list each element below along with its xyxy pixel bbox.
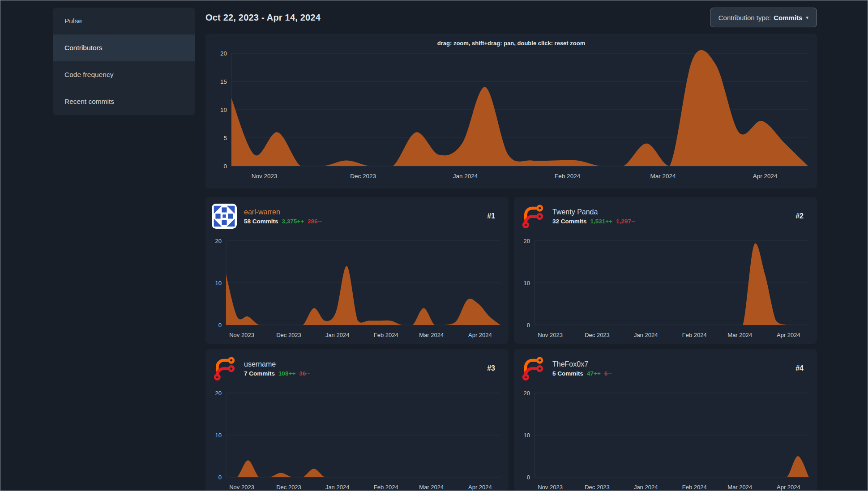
svg-text:15: 15: [220, 78, 227, 85]
svg-text:Nov 2023: Nov 2023: [538, 332, 563, 338]
svg-text:Jan 2024: Jan 2024: [634, 332, 658, 338]
svg-text:0: 0: [527, 322, 530, 329]
contributor-chart[interactable]: 01020Nov 2023Dec 2023Jan 2024Feb 2024Mar…: [514, 388, 817, 491]
svg-text:10: 10: [215, 280, 222, 286]
svg-text:Feb 2024: Feb 2024: [374, 484, 398, 491]
svg-text:10: 10: [524, 280, 530, 286]
contributor-name[interactable]: Twenty Panda: [552, 208, 635, 216]
svg-text:Jan 2024: Jan 2024: [325, 484, 350, 491]
contributor-card: TheFox0x7 5 Commits 47++ 6-- #4 01020Nov…: [514, 349, 817, 491]
forgejo-logo-avatar[interactable]: [520, 204, 545, 229]
contributor-additions: 3,375++: [282, 218, 304, 225]
sidebar-item-label: Code frequency: [64, 71, 113, 79]
contributor-chart[interactable]: 01020Nov 2023Dec 2023Jan 2024Feb 2024Mar…: [205, 388, 509, 491]
contributor-commit-count: 58 Commits: [244, 218, 278, 225]
svg-text:Dec 2023: Dec 2023: [585, 484, 610, 491]
contributor-chart[interactable]: 01020Nov 2023Dec 2023Jan 2024Feb 2024Mar…: [205, 235, 509, 344]
sidebar-item-label: Recent commits: [64, 98, 114, 106]
svg-text:Jan 2024: Jan 2024: [634, 484, 658, 491]
contributor-stats: 5 Commits 47++ 6--: [552, 370, 611, 377]
contribution-type-label: Contribution type:: [718, 14, 771, 21]
contributor-additions: 1,531++: [590, 218, 613, 225]
svg-text:Feb 2024: Feb 2024: [374, 332, 398, 338]
forgejo-logo-avatar[interactable]: [520, 356, 545, 381]
contributor-card-header: earl-warren 58 Commits 3,375++ 286-- #1: [205, 197, 509, 235]
svg-text:20: 20: [215, 238, 222, 244]
forgejo-logo-avatar[interactable]: [212, 356, 237, 381]
svg-text:10: 10: [524, 432, 530, 439]
svg-text:Dec 2023: Dec 2023: [276, 332, 301, 338]
contributor-name[interactable]: earl-warren: [244, 208, 322, 216]
contributor-identity: TheFox0x7 5 Commits 47++ 6--: [552, 360, 611, 377]
chart-zoom-hint: drag: zoom, shift+drag: pan, double clic…: [205, 34, 817, 47]
svg-text:Nov 2023: Nov 2023: [538, 484, 563, 491]
svg-text:Mar 2024: Mar 2024: [727, 484, 752, 491]
sidebar-item-label: Pulse: [64, 17, 82, 25]
app-frame: { "page": { "title_date_range": "Oct 22,…: [0, 0, 868, 491]
contributor-rank: #2: [795, 212, 806, 220]
contributor-commit-count: 32 Commits: [552, 218, 587, 225]
contributor-commit-count: 5 Commits: [552, 370, 583, 377]
contributor-stats: 7 Commits 108++ 36--: [244, 370, 310, 377]
svg-text:10: 10: [220, 107, 227, 113]
contribution-type-dropdown[interactable]: Contribution type: Commits ▾: [710, 8, 817, 27]
chevron-down-icon: ▾: [806, 15, 808, 21]
sidebar-item-pulse[interactable]: Pulse: [53, 8, 195, 34]
sidebar-item-label: Contributors: [64, 44, 102, 52]
repo-activity-sidebar: Pulse Contributors Code frequency Recent…: [53, 8, 195, 115]
svg-text:Mar 2024: Mar 2024: [727, 332, 752, 338]
contributor-identity: earl-warren 58 Commits 3,375++ 286--: [244, 208, 322, 225]
svg-text:Jan 2024: Jan 2024: [453, 173, 478, 179]
svg-text:20: 20: [220, 50, 227, 57]
sidebar-item-code-frequency[interactable]: Code frequency: [53, 61, 195, 88]
contributor-card-header: Twenty Panda 32 Commits 1,531++ 1,297-- …: [514, 197, 817, 235]
svg-text:Nov 2023: Nov 2023: [229, 484, 254, 491]
contributor-deletions: 6--: [604, 370, 612, 377]
contributor-commit-count: 7 Commits: [244, 370, 275, 377]
svg-text:20: 20: [215, 390, 222, 397]
header-row: Oct 22, 2023 - Apr 14, 2024 Contribution…: [205, 8, 817, 27]
contributor-card: username 7 Commits 108++ 36-- #3 01020No…: [205, 349, 509, 491]
svg-text:Mar 2024: Mar 2024: [419, 332, 444, 338]
contributor-additions: 47++: [587, 370, 601, 377]
sidebar-item-recent-commits[interactable]: Recent commits: [53, 88, 195, 115]
svg-text:Nov 2023: Nov 2023: [252, 173, 278, 179]
contribution-type-value: Commits: [774, 14, 802, 21]
contributor-rank: #4: [795, 364, 806, 372]
overall-contributions-chart[interactable]: 05101520Nov 2023Dec 2023Jan 2024Feb 2024…: [205, 47, 817, 188]
svg-text:Mar 2024: Mar 2024: [650, 173, 676, 179]
svg-text:Apr 2024: Apr 2024: [468, 484, 492, 491]
contributor-card-header: TheFox0x7 5 Commits 47++ 6-- #4: [514, 349, 817, 388]
svg-text:Dec 2023: Dec 2023: [350, 173, 376, 179]
contributor-card-header: username 7 Commits 108++ 36-- #3: [205, 349, 509, 388]
svg-text:20: 20: [524, 238, 530, 244]
svg-text:0: 0: [218, 474, 222, 481]
svg-text:Dec 2023: Dec 2023: [585, 332, 610, 338]
contributor-identity: Twenty Panda 32 Commits 1,531++ 1,297--: [552, 208, 635, 225]
contributor-name[interactable]: username: [244, 360, 310, 368]
contributors-main: Oct 22, 2023 - Apr 14, 2024 Contribution…: [205, 0, 817, 491]
svg-text:Apr 2024: Apr 2024: [777, 332, 800, 338]
svg-text:Nov 2023: Nov 2023: [229, 332, 254, 338]
contributor-identity: username 7 Commits 108++ 36--: [244, 360, 310, 377]
sidebar-item-contributors[interactable]: Contributors: [53, 34, 195, 61]
identicon-avatar[interactable]: [212, 204, 237, 229]
contributor-additions: 108++: [278, 370, 295, 377]
svg-text:Feb 2024: Feb 2024: [682, 484, 707, 491]
contributor-card: Twenty Panda 32 Commits 1,531++ 1,297-- …: [514, 197, 817, 344]
svg-text:Jan 2024: Jan 2024: [325, 332, 350, 338]
date-range-title: Oct 22, 2023 - Apr 14, 2024: [205, 13, 321, 23]
contributor-rank: #1: [487, 212, 498, 220]
contributor-name[interactable]: TheFox0x7: [552, 360, 611, 368]
svg-text:Apr 2024: Apr 2024: [468, 332, 492, 338]
contributor-rank: #3: [487, 364, 498, 372]
overall-contributions-panel: drag: zoom, shift+drag: pan, double clic…: [205, 34, 817, 188]
contributor-chart[interactable]: 01020Nov 2023Dec 2023Jan 2024Feb 2024Mar…: [514, 235, 817, 344]
contributor-card: earl-warren 58 Commits 3,375++ 286-- #1 …: [205, 197, 509, 344]
contributor-deletions: 36--: [299, 370, 310, 377]
svg-text:0: 0: [223, 163, 227, 170]
svg-text:Feb 2024: Feb 2024: [682, 332, 707, 338]
svg-text:0: 0: [218, 322, 222, 329]
contributor-stats: 58 Commits 3,375++ 286--: [244, 218, 322, 225]
svg-text:0: 0: [527, 474, 530, 481]
